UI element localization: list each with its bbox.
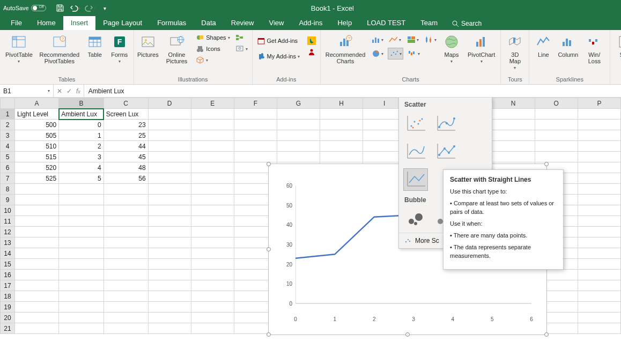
row-header[interactable]: 8: [1, 184, 15, 195]
cell[interactable]: [191, 237, 234, 248]
scatter-smooth-markers-option[interactable]: [433, 113, 458, 135]
cell[interactable]: [277, 109, 320, 120]
maps-button[interactable]: Maps▾: [441, 32, 462, 65]
cell[interactable]: [148, 302, 191, 313]
cell[interactable]: [277, 152, 320, 162]
screenshot-button[interactable]: ▾: [234, 43, 249, 54]
pie-chart-button[interactable]: ▾: [370, 48, 385, 60]
cell[interactable]: [148, 141, 191, 152]
col-header[interactable]: P: [578, 98, 620, 109]
cell[interactable]: [191, 280, 234, 291]
cell[interactable]: [492, 130, 535, 141]
cell[interactable]: [492, 120, 535, 130]
row-header[interactable]: 3: [1, 130, 15, 141]
cell[interactable]: [14, 259, 58, 270]
cell[interactable]: [535, 141, 578, 152]
cell[interactable]: [191, 162, 234, 173]
cell[interactable]: [578, 248, 620, 259]
row-header[interactable]: 12: [1, 227, 15, 237]
cell[interactable]: [578, 130, 620, 141]
col-header[interactable]: C: [104, 98, 148, 109]
cell[interactable]: [148, 152, 191, 162]
cell[interactable]: [104, 184, 148, 195]
col-header[interactable]: D: [148, 98, 191, 109]
cell[interactable]: [148, 280, 191, 291]
scatter-straight-option[interactable]: [403, 168, 428, 191]
surface-chart-button[interactable]: ▾: [406, 48, 421, 60]
cell[interactable]: [191, 152, 234, 162]
cancel-formula-button[interactable]: ✕: [57, 87, 62, 95]
cell[interactable]: [578, 270, 620, 280]
cell[interactable]: [578, 120, 620, 130]
cell[interactable]: [191, 173, 234, 184]
cell[interactable]: 1: [59, 130, 104, 141]
cell[interactable]: 0: [59, 120, 104, 130]
cell[interactable]: [148, 120, 191, 130]
cell[interactable]: [148, 205, 191, 216]
cell[interactable]: [191, 270, 234, 280]
cell[interactable]: [104, 270, 148, 280]
cell[interactable]: [191, 120, 234, 130]
online-pictures-button[interactable]: Online Pictures: [162, 32, 191, 65]
cell[interactable]: [191, 248, 234, 259]
tab-data[interactable]: Data: [194, 16, 223, 30]
cell[interactable]: [578, 162, 620, 173]
row-header[interactable]: 9: [1, 195, 15, 205]
scatter-smooth-option[interactable]: [403, 140, 428, 163]
cell[interactable]: [104, 280, 148, 291]
tab-home[interactable]: Home: [29, 16, 63, 30]
cell[interactable]: 2: [59, 141, 104, 152]
cell[interactable]: Ambient Lux: [59, 109, 104, 120]
cell[interactable]: [148, 162, 191, 173]
cell[interactable]: [59, 237, 104, 248]
cell[interactable]: [578, 323, 620, 334]
cell[interactable]: [191, 291, 234, 302]
cell[interactable]: [234, 141, 277, 152]
cell[interactable]: [492, 109, 535, 120]
col-header[interactable]: O: [535, 98, 578, 109]
cell[interactable]: 48: [104, 162, 148, 173]
cell[interactable]: [578, 173, 620, 184]
redo-button[interactable]: ▾: [84, 2, 97, 14]
cell[interactable]: [14, 237, 58, 248]
resize-handle[interactable]: [405, 332, 410, 337]
cell[interactable]: [234, 152, 277, 162]
cell[interactable]: [578, 291, 620, 302]
col-header[interactable]: B: [59, 98, 104, 109]
icons-button[interactable]: Icons: [195, 43, 231, 54]
pivottable-button[interactable]: PivotTable▾: [3, 32, 35, 65]
smartart-button[interactable]: [234, 32, 249, 43]
cell[interactable]: [191, 227, 234, 237]
cell[interactable]: [104, 205, 148, 216]
cell[interactable]: [234, 130, 277, 141]
cell[interactable]: [320, 152, 363, 162]
cell[interactable]: [148, 184, 191, 195]
cell[interactable]: [59, 205, 104, 216]
cell[interactable]: [104, 323, 148, 334]
search-box[interactable]: Search: [445, 17, 488, 30]
cell[interactable]: [578, 216, 620, 227]
cell[interactable]: [191, 259, 234, 270]
shapes-button[interactable]: Shapes ▾: [195, 32, 231, 43]
cell[interactable]: [59, 195, 104, 205]
cell[interactable]: [104, 302, 148, 313]
cell[interactable]: [104, 216, 148, 227]
cell[interactable]: [578, 259, 620, 270]
my-addins-button[interactable]: My Add-ins ▾: [256, 51, 301, 62]
bubble-3d-option[interactable]: [433, 208, 444, 231]
resize-handle[interactable]: [267, 332, 271, 337]
cell[interactable]: [104, 227, 148, 237]
cell[interactable]: 25: [104, 130, 148, 141]
name-box[interactable]: B1 ▾: [0, 85, 54, 97]
row-header[interactable]: 13: [1, 237, 15, 248]
grid-row[interactable]: 4510244: [1, 141, 621, 152]
cell[interactable]: [148, 216, 191, 227]
tab-formulas[interactable]: Formulas: [150, 16, 194, 30]
cell[interactable]: [578, 302, 620, 313]
undo-button[interactable]: ▾: [69, 2, 82, 14]
cell[interactable]: [578, 313, 620, 323]
grid-row[interactable]: 1Light LevelAmbient LuxScreen Lux: [1, 109, 621, 120]
row-header[interactable]: 20: [1, 313, 15, 323]
select-all-button[interactable]: [1, 98, 15, 109]
cell[interactable]: [104, 259, 148, 270]
